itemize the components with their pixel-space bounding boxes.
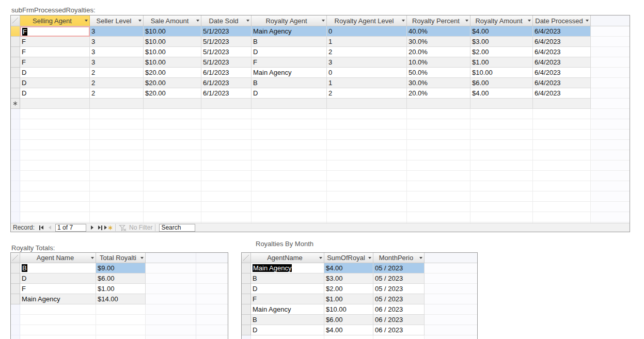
table-cell[interactable]: 05 / 2023 [373, 284, 425, 294]
table-cell[interactable]: $10.00 [144, 47, 201, 57]
table-cell[interactable]: $4.00 [470, 88, 533, 99]
column-dropdown-icon[interactable] [140, 257, 144, 259]
table-cell[interactable]: 30.0% [407, 78, 470, 88]
column-dropdown-icon[interactable] [322, 20, 325, 22]
table-cell[interactable]: Main Agency [20, 294, 96, 304]
select-all-corner[interactable] [242, 253, 251, 263]
column-header-agent-name[interactable]: Agent Name [20, 253, 96, 263]
table-cell[interactable]: F [20, 57, 90, 68]
table-cell[interactable]: 5/1/2023 [201, 57, 252, 68]
record-selector[interactable] [242, 294, 251, 304]
record-selector[interactable] [11, 284, 20, 294]
column-header-date-sold[interactable]: Date Sold [201, 15, 252, 26]
record-selector[interactable] [11, 294, 20, 304]
table-cell[interactable]: D [251, 325, 324, 335]
column-dropdown-icon[interactable] [586, 20, 589, 22]
table-cell[interactable]: 20.0% [407, 88, 470, 99]
column-header-selling-agent[interactable]: Selling Agent [20, 15, 90, 26]
table-cell[interactable]: 40.0% [407, 26, 470, 37]
table-cell[interactable]: 06 / 2023 [373, 315, 425, 325]
next-record-button[interactable] [88, 224, 96, 232]
table-cell[interactable]: 05 / 2023 [373, 294, 425, 304]
table-cell[interactable]: Main Agency [252, 26, 327, 37]
table-cell[interactable]: 3 [90, 26, 144, 37]
table-cell[interactable]: 1 [327, 78, 407, 88]
table-cell[interactable]: 1 [327, 37, 407, 47]
table-cell[interactable]: $10.00 [470, 68, 533, 78]
table-cell[interactable]: D [252, 88, 327, 99]
column-dropdown-icon[interactable] [368, 257, 371, 259]
table-cell[interactable]: 6/1/2023 [201, 78, 252, 88]
table-cell[interactable]: 20.0% [407, 47, 470, 57]
table-cell[interactable]: B [251, 273, 324, 284]
table-cell[interactable]: 6/4/2023 [533, 47, 591, 57]
record-selector[interactable] [11, 57, 20, 68]
table-cell[interactable]: 10.0% [407, 57, 470, 68]
column-header-date-processed[interactable]: Date Processed [533, 15, 591, 26]
column-dropdown-icon[interactable] [138, 20, 142, 22]
table-cell[interactable]: 6/4/2023 [533, 88, 591, 99]
column-header-royalty-agent-level[interactable]: Royalty Agent Level [327, 15, 407, 26]
table-cell[interactable]: $9.00 [96, 263, 146, 273]
table-cell[interactable]: 6/1/2023 [201, 88, 252, 99]
table-cell[interactable]: 0 [327, 26, 407, 37]
column-header-royalty-percent[interactable]: Royalty Percent [407, 15, 470, 26]
record-selector[interactable] [11, 263, 20, 273]
table-cell[interactable]: F [20, 37, 90, 47]
column-dropdown-icon[interactable] [246, 20, 249, 22]
table-cell[interactable]: B [20, 263, 96, 273]
table-cell[interactable]: 30.0% [407, 37, 470, 47]
table-cell[interactable]: $2.00 [470, 47, 533, 57]
record-selector[interactable] [242, 284, 251, 294]
table-cell[interactable]: Main Agency [252, 68, 327, 78]
record-selector[interactable] [11, 68, 20, 78]
table-cell[interactable]: 6/4/2023 [533, 68, 591, 78]
table-cell[interactable]: Main Agency [251, 263, 324, 273]
table-cell[interactable]: $3.00 [470, 37, 533, 47]
column-dropdown-icon[interactable] [465, 20, 468, 22]
column-header-total-royalti[interactable]: Total Royalti [96, 253, 146, 263]
table-cell[interactable]: $20.00 [144, 88, 201, 99]
record-selector[interactable] [11, 26, 20, 37]
new-record-cell[interactable] [252, 99, 327, 109]
table-cell[interactable]: $6.00 [96, 273, 146, 284]
record-selector[interactable] [11, 47, 20, 57]
table-cell[interactable]: F [20, 26, 90, 37]
table-cell[interactable]: $20.00 [144, 78, 201, 88]
table-cell[interactable]: 5/1/2023 [201, 47, 252, 57]
table-cell[interactable]: D [20, 88, 90, 99]
table-cell[interactable]: $14.00 [96, 294, 146, 304]
table-cell[interactable]: $4.00 [324, 325, 373, 335]
table-cell[interactable]: 05 / 2023 [373, 263, 425, 273]
record-selector[interactable] [242, 263, 251, 273]
column-dropdown-icon[interactable] [402, 20, 405, 22]
table-cell[interactable]: $2.00 [324, 284, 373, 294]
record-selector[interactable] [11, 78, 20, 88]
table-cell[interactable]: F [251, 294, 324, 304]
new-record-cell[interactable] [20, 99, 90, 109]
column-dropdown-icon[interactable] [196, 20, 199, 22]
first-record-button[interactable] [37, 224, 45, 232]
column-header-royalty-agent[interactable]: Royalty Agent [252, 15, 327, 26]
table-cell[interactable]: D [252, 47, 327, 57]
column-dropdown-icon[interactable] [319, 257, 322, 259]
table-cell[interactable]: 2 [90, 78, 144, 88]
table-cell[interactable]: 2 [327, 47, 407, 57]
table-cell[interactable]: 5/1/2023 [201, 26, 252, 37]
new-record-selector[interactable] [11, 99, 20, 109]
table-cell[interactable]: 06 / 2023 [373, 304, 425, 315]
table-cell[interactable]: $20.00 [144, 68, 201, 78]
table-cell[interactable]: D [20, 78, 90, 88]
table-cell[interactable]: B [252, 37, 327, 47]
table-cell[interactable]: D [20, 273, 96, 284]
table-cell[interactable]: B [251, 315, 324, 325]
record-counter[interactable]: 1 of 7 [55, 224, 86, 232]
search-input[interactable] [159, 224, 195, 232]
table-cell[interactable]: $4.00 [324, 263, 373, 273]
table-cell[interactable]: 2 [90, 88, 144, 99]
new-record-cell[interactable] [407, 99, 470, 109]
table-cell[interactable]: F [252, 57, 327, 68]
record-selector[interactable] [11, 88, 20, 99]
table-cell[interactable]: $1.00 [324, 294, 373, 304]
table-cell[interactable]: $4.00 [470, 26, 533, 37]
